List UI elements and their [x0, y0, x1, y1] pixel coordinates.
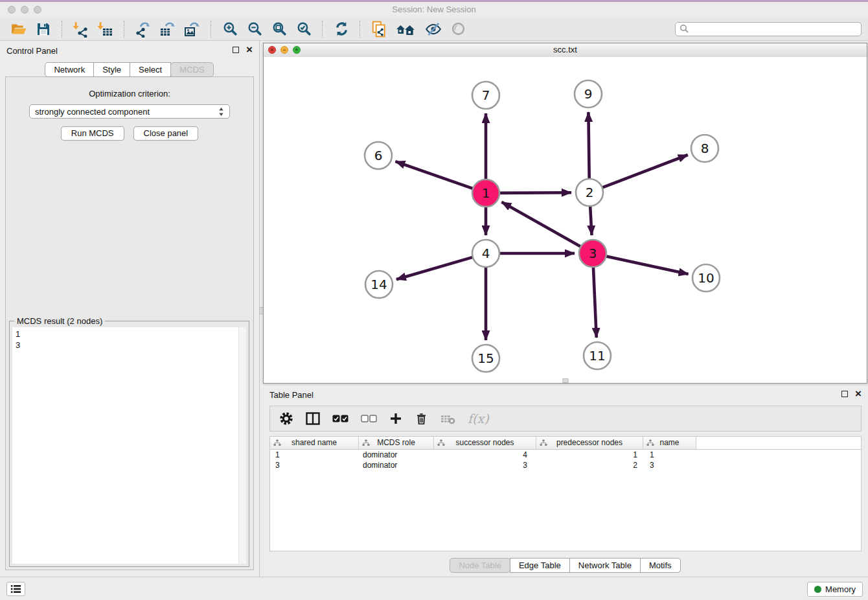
search-icon	[680, 24, 689, 34]
table-cell[interactable]: 3	[643, 460, 696, 470]
import-network-button[interactable]	[71, 19, 91, 39]
mcds-result-title: MCDS result (2 nodes)	[14, 316, 105, 326]
optimization-criterion-dropdown[interactable]: strongly connected component	[29, 104, 230, 119]
node-table-header: shared nameMCDS rolesuccessor nodesprede…	[270, 437, 861, 450]
memory-button[interactable]: Memory	[807, 582, 863, 597]
close-table-panel-icon[interactable]: ×	[855, 390, 862, 397]
delete-column-button[interactable]	[415, 411, 428, 426]
graph-edge-1-2[interactable]	[499, 192, 571, 193]
mcds-result-list[interactable]: 1 3	[12, 327, 246, 564]
network-window-close-button[interactable]: ×	[268, 46, 276, 54]
apply-function-button[interactable]: f(x)	[468, 411, 489, 426]
table-cell[interactable]: 1	[270, 450, 359, 460]
close-panel-icon[interactable]: ×	[246, 46, 253, 53]
toolbar-separator	[322, 21, 323, 38]
split-view-button[interactable]	[306, 412, 320, 425]
save-session-button[interactable]	[33, 19, 54, 39]
table-panel: Table Panel × f(x) shared nameMCDS roles…	[263, 386, 868, 577]
window-minimize-button[interactable]	[21, 6, 29, 14]
show-graphics-details-button[interactable]	[448, 19, 468, 39]
clone-network-button[interactable]	[369, 19, 389, 39]
application-window: Session: New Session	[0, 0, 868, 600]
tab-motifs[interactable]: Motifs	[640, 558, 681, 573]
main-toolbar	[0, 17, 868, 41]
network-window-minimize-button[interactable]: −	[280, 46, 288, 54]
table-row[interactable]: 3dominator323	[270, 460, 861, 470]
zoom-fit-button[interactable]	[269, 19, 290, 39]
node-table: shared nameMCDS rolesuccessor nodesprede…	[269, 436, 862, 551]
window-zoom-button[interactable]	[34, 6, 41, 14]
hierarchy-icon	[437, 439, 445, 446]
table-cell[interactable]: dominator	[359, 450, 434, 460]
zoom-selected-icon	[296, 21, 312, 37]
table-cell[interactable]: dominator	[359, 460, 434, 470]
hide-graphics-details-button[interactable]	[423, 19, 444, 39]
plus-icon	[389, 412, 402, 425]
open-session-button[interactable]	[8, 19, 29, 39]
memory-status-icon	[814, 586, 821, 593]
table-cell[interactable]: 1	[536, 450, 643, 460]
column-header-successor-nodes[interactable]: successor nodes	[434, 437, 536, 449]
tab-edge-table[interactable]: Edge Table	[510, 558, 570, 573]
export-network-button[interactable]	[133, 19, 154, 39]
column-header-mcds-role[interactable]: MCDS role	[359, 437, 434, 449]
window-close-button[interactable]	[8, 6, 16, 14]
import-table-button[interactable]	[95, 19, 116, 39]
graph-edge-2-9[interactable]	[588, 112, 589, 179]
graph-edge-4-14[interactable]	[396, 257, 474, 280]
graph-node-label: 15	[477, 351, 494, 366]
hierarchy-icon	[362, 439, 370, 446]
table-cell[interactable]: 2	[536, 460, 643, 470]
table-cell[interactable]: 3	[270, 460, 359, 470]
tab-mcds[interactable]: MCDS	[170, 62, 213, 77]
graph-edge-3-10[interactable]	[606, 256, 689, 274]
task-history-button[interactable]	[6, 582, 25, 596]
graph-node-label: 11	[589, 348, 605, 363]
eye-slash-icon	[425, 21, 442, 38]
table-settings-button[interactable]	[279, 411, 293, 426]
deselect-all-button[interactable]	[361, 414, 377, 423]
float-panel-icon[interactable]	[233, 47, 239, 53]
graph-edge-3-11[interactable]	[593, 266, 597, 338]
tab-style[interactable]: Style	[93, 62, 130, 77]
zoom-in-button[interactable]	[220, 19, 240, 39]
run-mcds-button[interactable]: Run MCDS	[61, 126, 124, 141]
window-resize-handle[interactable]	[562, 378, 568, 383]
export-table-button[interactable]	[157, 19, 178, 39]
tab-network-table[interactable]: Network Table	[569, 558, 641, 573]
list-icon	[10, 584, 21, 594]
graph-node-label: 9	[584, 86, 593, 102]
result-scrollbar[interactable]	[238, 327, 246, 564]
zoom-selected-button[interactable]	[293, 19, 314, 39]
zoom-out-button[interactable]	[244, 19, 265, 39]
close-panel-button[interactable]: Close panel	[133, 126, 199, 141]
table-cell[interactable]: 1	[643, 450, 696, 460]
column-header-shared-name[interactable]: shared name	[270, 437, 359, 449]
tab-node-table[interactable]: Node Table	[450, 558, 510, 573]
table-row[interactable]: 1dominator411	[270, 450, 861, 460]
graph-edge-2-3[interactable]	[590, 205, 591, 235]
graph-node-label: 8	[701, 141, 709, 156]
search-input[interactable]	[692, 24, 857, 34]
network-canvas[interactable]: 7968124314101511	[264, 57, 867, 383]
add-column-button[interactable]	[389, 412, 402, 425]
float-table-panel-icon[interactable]	[841, 391, 848, 397]
network-window-titlebar[interactable]: × − + scc.txt	[264, 43, 867, 58]
graph-edge-3-1[interactable]	[501, 202, 581, 248]
select-all-button[interactable]	[332, 414, 348, 423]
table-cell[interactable]: 3	[434, 460, 536, 470]
delete-table-button[interactable]	[440, 413, 455, 425]
refresh-view-button[interactable]	[331, 19, 352, 39]
zoom-fit-icon	[271, 21, 288, 37]
toolbar-separator	[360, 21, 361, 38]
graph-edge-2-8[interactable]	[602, 155, 688, 188]
network-window-zoom-button[interactable]: +	[293, 46, 301, 54]
tab-network[interactable]: Network	[45, 62, 94, 77]
export-image-button[interactable]	[182, 19, 203, 39]
network-home-button[interactable]	[393, 19, 419, 39]
column-header-predecessor-nodes[interactable]: predecessor nodes	[536, 437, 643, 449]
column-header-name[interactable]: name	[643, 437, 696, 449]
tab-select[interactable]: Select	[130, 62, 171, 77]
graph-edge-1-6[interactable]	[395, 161, 474, 189]
table-cell[interactable]: 4	[434, 450, 536, 460]
